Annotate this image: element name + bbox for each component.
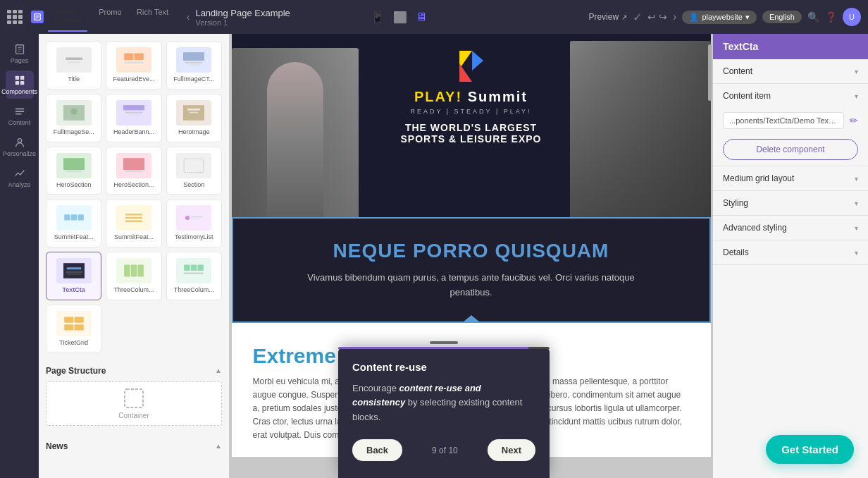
- search-icon[interactable]: 🔍: [807, 11, 819, 23]
- desktop-icon[interactable]: 🖥: [416, 11, 427, 23]
- component-testimony-label: TestimonyList: [175, 233, 213, 241]
- component-three-colum[interactable]: ThreeColum...: [106, 252, 161, 300]
- component-fullimage-se[interactable]: FullImageSe...: [46, 94, 101, 142]
- sidebar-item-content[interactable]: Content: [6, 102, 34, 130]
- page-structure-header[interactable]: Page Structure ▲: [46, 366, 222, 376]
- hero-person-right: [570, 41, 711, 217]
- container-label: Container: [118, 412, 149, 419]
- component-summit-feat2[interactable]: SummitFeat...: [106, 199, 161, 247]
- sidebar-item-pages[interactable]: Pages: [6, 39, 34, 68]
- svg-rect-50: [124, 265, 130, 277]
- delete-component-button[interactable]: Delete component: [723, 139, 858, 160]
- svg-rect-30: [187, 109, 200, 110]
- get-started-button[interactable]: Get Started: [766, 435, 854, 464]
- svg-rect-54: [191, 265, 197, 271]
- hero-section[interactable]: PLAY! Summit READY | STEADY | PLAY! THE …: [232, 34, 711, 217]
- svg-rect-14: [15, 114, 21, 115]
- svg-rect-26: [123, 105, 144, 110]
- svg-rect-59: [64, 324, 73, 330]
- left-sidebar: Pages Components Content Personalize Ana…: [0, 34, 39, 478]
- scrollbar-track[interactable]: [708, 41, 712, 478]
- mobile-icon[interactable]: 📱: [371, 11, 385, 24]
- content-item-header[interactable]: Content item ▾: [713, 84, 868, 108]
- tooltip-title: Content re-use: [352, 361, 535, 373]
- component-title[interactable]: Title: [46, 41, 101, 90]
- component-header-thumb: [116, 100, 151, 125]
- component-summit-thumb: [56, 205, 92, 231]
- grid-menu-icon[interactable]: [7, 10, 21, 24]
- tablet-icon[interactable]: ⬜: [393, 11, 407, 24]
- styling-chevron: ▾: [855, 200, 858, 207]
- component-ticket-grid[interactable]: TicketGrid: [46, 305, 101, 353]
- text-cta-body: Vivamus bibendum quam purus, a tempus an…: [295, 271, 647, 300]
- component-fullimage-ct[interactable]: FullImageCT...: [166, 41, 222, 90]
- content-item-chevron: ▾: [855, 92, 858, 100]
- container-item[interactable]: Container: [46, 381, 222, 426]
- check-icon[interactable]: ✓: [633, 11, 642, 24]
- component-testimony-list[interactable]: TestimonyList: [166, 199, 222, 247]
- worlds-text: THE WORLD'S LARGEST: [405, 122, 537, 133]
- avatar[interactable]: U: [843, 8, 861, 26]
- component-three-colum2-thumb: [176, 258, 211, 283]
- component-featured-label: FeaturedEve...: [113, 75, 154, 83]
- component-grid: Title FeaturedEve... FullImageCT... Full…: [39, 34, 229, 360]
- grid-layout-header[interactable]: Medium grid layout ▾: [713, 166, 868, 190]
- component-title-thumb: [56, 47, 92, 73]
- component-hero-image[interactable]: HeroImage: [166, 94, 222, 142]
- tooltip-progress-text: 9 of 10: [432, 446, 458, 455]
- component-three-colum2-label: ThreeColum...: [174, 286, 214, 294]
- svg-rect-17: [68, 61, 80, 63]
- component-hero-section-label: HeroSection: [56, 181, 92, 189]
- news-header[interactable]: News ▲: [46, 441, 222, 451]
- right-panel: TextCta Content ▾ Content item ▾ ...pone…: [713, 34, 868, 478]
- right-panel-grid-layout: Medium grid layout ▾: [713, 166, 868, 191]
- top-bar: Page Content Promo Rich Text ‹ Landing P…: [0, 0, 868, 34]
- back-button[interactable]: Back: [352, 439, 402, 461]
- edit-content-button[interactable]: ✏: [850, 115, 858, 126]
- component-header-bann[interactable]: HeaderBann...: [106, 94, 161, 142]
- svg-rect-46: [63, 263, 85, 278]
- play-summit-text: PLAY! Summit: [414, 89, 528, 105]
- preview-button[interactable]: Preview ↗: [588, 12, 627, 22]
- details-header[interactable]: Details ▾: [713, 240, 868, 264]
- redo-button[interactable]: ↪: [659, 11, 667, 23]
- sidebar-item-analyze[interactable]: Analyze: [6, 164, 34, 192]
- back-arrow[interactable]: ‹: [187, 11, 190, 23]
- svg-rect-19: [135, 53, 144, 60]
- component-text-cta[interactable]: TextCta: [46, 252, 101, 300]
- tab-rich-text[interactable]: Rich Text: [133, 2, 173, 32]
- component-section-label: Section: [183, 181, 204, 189]
- component-hero-section[interactable]: HeroSection: [46, 147, 101, 195]
- top-bar-right: Preview ↗ ✓ ↩ ↪ › 👤 playwebsite ▾ Englis…: [588, 8, 861, 26]
- svg-rect-47: [66, 267, 80, 269]
- ready-text: READY | STEADY | PLAY!: [410, 108, 531, 115]
- sidebar-item-components[interactable]: Components: [6, 71, 34, 99]
- component-summit-feat[interactable]: SummitFeat...: [46, 199, 101, 247]
- undo-button[interactable]: ↩: [647, 11, 656, 23]
- tab-promo[interactable]: Promo: [90, 2, 130, 32]
- tab-page-content[interactable]: Page Content: [48, 2, 87, 32]
- right-panel-details: Details ▾: [713, 240, 868, 265]
- sidebar-item-personalize[interactable]: Personalize: [6, 133, 34, 161]
- language-selector[interactable]: English: [762, 11, 802, 23]
- component-featured-eve[interactable]: FeaturedEve...: [106, 41, 161, 90]
- component-section[interactable]: Section: [166, 147, 222, 195]
- component-testimony-thumb: [176, 205, 211, 231]
- text-cta-section[interactable]: NEQUE PORRO QUISQUAM Vivamus bibendum qu…: [232, 217, 711, 323]
- help-icon[interactable]: ❓: [825, 11, 837, 23]
- right-panel-content: Content ▾: [713, 59, 868, 84]
- component-three-colum2[interactable]: ThreeColum...: [166, 252, 222, 300]
- undo-redo-controls: ↩ ↪: [647, 11, 667, 23]
- user-menu[interactable]: 👤 playwebsite ▾: [682, 11, 756, 24]
- component-hero-section2[interactable]: HeroSection...: [106, 147, 161, 195]
- scrollbar-thumb[interactable]: [708, 44, 712, 101]
- svg-rect-16: [66, 57, 82, 60]
- next-button[interactable]: Next: [488, 439, 535, 461]
- content-chevron: ▾: [855, 68, 858, 75]
- content-section-header[interactable]: Content ▾: [713, 59, 868, 83]
- hero-logo-area: PLAY! Summit READY | STEADY | PLAY! THE …: [401, 48, 542, 145]
- advanced-styling-header[interactable]: Advanced styling ▾: [713, 216, 868, 240]
- component-header-label: HeaderBann...: [113, 128, 154, 136]
- styling-header[interactable]: Styling ▾: [713, 191, 868, 215]
- svg-rect-34: [123, 158, 144, 170]
